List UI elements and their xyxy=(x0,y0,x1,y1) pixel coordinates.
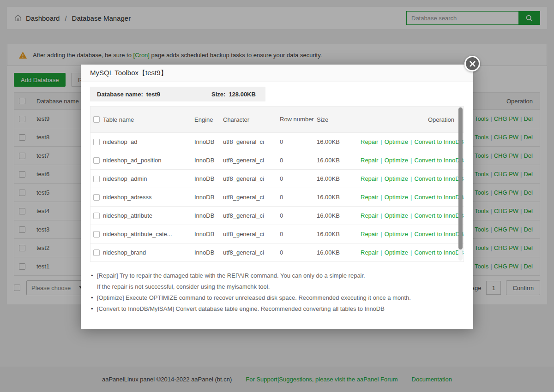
table-engine: InnoDB xyxy=(194,249,223,256)
table-size: 16.00KB xyxy=(317,175,361,182)
table-size: 16.00KB xyxy=(317,194,361,201)
table-size: 16.00KB xyxy=(317,212,361,219)
optimize-link[interactable]: Optimize xyxy=(385,138,408,145)
optimize-link[interactable]: Optimize xyxy=(385,157,408,164)
convert-to-innodb-link[interactable]: Convert to InnoDB xyxy=(414,249,464,256)
table-charset: utf8_general_ci xyxy=(223,175,280,182)
tables-list-header: Table name Engine Character Row number S… xyxy=(90,107,464,132)
table-name: nideshop_brand xyxy=(103,249,194,256)
row-operations: Repair|Optimize|Convert to InnoDB xyxy=(361,157,473,164)
repair-link[interactable]: Repair xyxy=(361,249,378,256)
table-name: nideshop_ad_position xyxy=(103,157,194,164)
note-optimize: [Optimize] Execute OPTIMIZE command to r… xyxy=(91,292,464,303)
note-convert: [Convert to InnoDB/MyISAM] Convert datab… xyxy=(91,303,464,315)
table-row: nideshop_adresss InnoDB utf8_general_ci … xyxy=(90,188,464,206)
convert-to-innodb-link[interactable]: Convert to InnoDB xyxy=(414,212,464,219)
optimize-link[interactable]: Optimize xyxy=(385,231,408,238)
convert-to-innodb-link[interactable]: Convert to InnoDB xyxy=(414,138,464,145)
table-engine: InnoDB xyxy=(194,194,223,201)
close-icon xyxy=(470,61,476,67)
scrollbar-thumb[interactable] xyxy=(458,107,463,249)
table-charset: utf8_general_ci xyxy=(223,212,280,219)
table-row-count: 0 xyxy=(280,138,317,145)
note-repair: [Repair] Try to repair the damaged table… xyxy=(91,270,464,281)
tables-list-body: nideshop_ad InnoDB utf8_general_ci 0 16.… xyxy=(90,132,464,261)
row-operations: Repair|Optimize|Convert to InnoDB xyxy=(361,231,473,238)
row-operations: Repair|Optimize|Convert to InnoDB xyxy=(361,175,473,182)
table-row-count: 0 xyxy=(280,231,317,238)
table-row: nideshop_ad_position InnoDB utf8_general… xyxy=(90,151,464,169)
table-name: nideshop_admin xyxy=(103,175,194,182)
tables-list: Table name Engine Character Row number S… xyxy=(90,106,464,262)
table-row: nideshop_admin InnoDB utf8_general_ci 0 … xyxy=(90,169,464,188)
table-engine: InnoDB xyxy=(194,231,223,238)
row-checkbox[interactable] xyxy=(93,231,100,238)
table-engine: InnoDB xyxy=(194,175,223,182)
table-row: nideshop_attribute InnoDB utf8_general_c… xyxy=(90,206,464,225)
repair-link[interactable]: Repair xyxy=(361,157,378,164)
row-checkbox[interactable] xyxy=(93,213,100,219)
row-checkbox[interactable] xyxy=(93,157,100,164)
table-row-count: 0 xyxy=(280,249,317,256)
table-row: nideshop_ad InnoDB utf8_general_ci 0 16.… xyxy=(90,132,464,151)
optimize-link[interactable]: Optimize xyxy=(385,175,408,182)
table-charset: utf8_general_ci xyxy=(223,138,280,145)
table-name: nideshop_attribute_cate... xyxy=(103,231,194,238)
db-size-value: 128.00KB xyxy=(229,91,256,98)
toolbox-notes: [Repair] Try to repair the damaged table… xyxy=(91,270,464,315)
row-operations: Repair|Optimize|Convert to InnoDB xyxy=(361,212,473,219)
table-row: nideshop_brand InnoDB utf8_general_ci 0 … xyxy=(90,243,464,261)
row-number-header: Row number xyxy=(280,116,317,123)
row-operations: Repair|Optimize|Convert to InnoDB xyxy=(361,249,473,256)
table-row: nideshop_attribute_cate... InnoDB utf8_g… xyxy=(90,225,464,243)
character-header: Character xyxy=(223,116,280,123)
optimize-link[interactable]: Optimize xyxy=(385,249,408,256)
table-scrollbar xyxy=(458,107,463,261)
repair-link[interactable]: Repair xyxy=(361,175,378,182)
convert-to-innodb-link[interactable]: Convert to InnoDB xyxy=(414,194,464,201)
size-header: Size xyxy=(317,116,361,123)
engine-header: Engine xyxy=(194,116,223,123)
table-row-count: 0 xyxy=(280,157,317,164)
table-engine: InnoDB xyxy=(194,157,223,164)
database-info-bar: Database name:test9 Size:128.00KB xyxy=(90,87,265,101)
repair-link[interactable]: Repair xyxy=(361,194,378,201)
operation-header: Operation xyxy=(361,116,464,123)
table-charset: utf8_general_ci xyxy=(223,249,280,256)
db-name-label: Database name: xyxy=(97,91,143,98)
row-checkbox[interactable] xyxy=(93,139,100,145)
convert-to-innodb-link[interactable]: Convert to InnoDB xyxy=(414,231,464,238)
row-operations: Repair|Optimize|Convert to InnoDB xyxy=(361,138,473,145)
row-checkbox[interactable] xyxy=(93,249,100,256)
table-size: 16.00KB xyxy=(317,249,361,256)
table-row-count: 0 xyxy=(280,212,317,219)
table-charset: utf8_general_ci xyxy=(223,157,280,164)
row-operations: Repair|Optimize|Convert to InnoDB xyxy=(361,194,473,201)
repair-link[interactable]: Repair xyxy=(361,138,378,145)
table-name: nideshop_adresss xyxy=(103,194,194,201)
table-size: 16.00KB xyxy=(317,157,361,164)
db-size-label: Size: xyxy=(211,91,225,98)
table-engine: InnoDB xyxy=(194,212,223,219)
convert-to-innodb-link[interactable]: Convert to InnoDB xyxy=(414,175,464,182)
convert-to-innodb-link[interactable]: Convert to InnoDB xyxy=(414,157,464,164)
table-name: nideshop_attribute xyxy=(103,212,194,219)
table-engine: InnoDB xyxy=(194,138,223,145)
table-size: 16.00KB xyxy=(317,231,361,238)
optimize-link[interactable]: Optimize xyxy=(385,194,408,201)
note-repair-continued: If the repair is not successful, conside… xyxy=(91,281,464,292)
repair-link[interactable]: Repair xyxy=(361,212,378,219)
row-checkbox[interactable] xyxy=(93,194,100,201)
select-all-tables-checkbox[interactable] xyxy=(93,116,100,123)
table-row-count: 0 xyxy=(280,194,317,201)
modal-title: MySQL Toolbox【test9】 xyxy=(81,65,473,82)
repair-link[interactable]: Repair xyxy=(361,231,378,238)
optimize-link[interactable]: Optimize xyxy=(385,212,408,219)
table-name-header: Table name xyxy=(103,116,194,123)
table-row-count: 0 xyxy=(280,175,317,182)
table-name: nideshop_ad xyxy=(103,138,194,145)
row-checkbox[interactable] xyxy=(93,176,100,182)
table-size: 16.00KB xyxy=(317,138,361,145)
mysql-toolbox-modal: MySQL Toolbox【test9】 Database name:test9… xyxy=(81,65,473,329)
close-button[interactable] xyxy=(464,56,480,71)
